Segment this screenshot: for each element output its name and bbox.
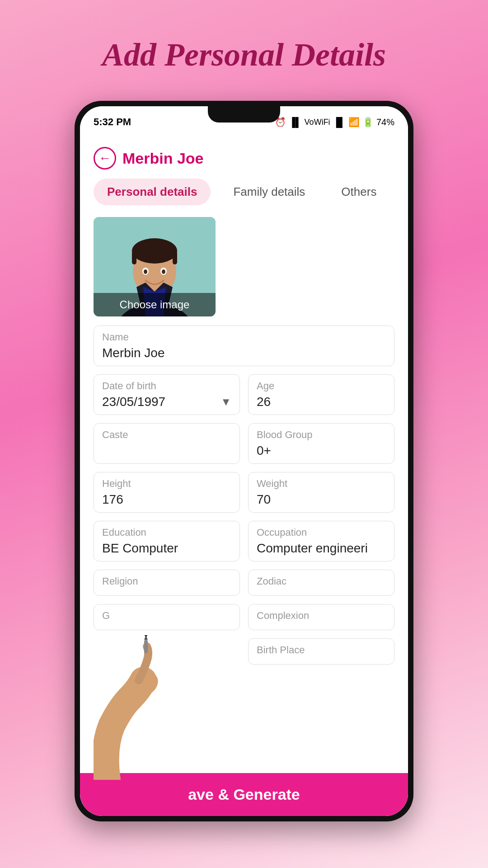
education-field[interactable]: Education BE Computer [94,521,240,561]
phone-shell: 5:32 PM ⏰ ▐▌ VoWiFi ▐▌ 📶 🔋 74% ← Merbin … [75,101,413,821]
gotra-complexion-row: G Complexion [94,604,394,630]
app-content: ← Merbin Joe Personal details Family det… [80,138,408,816]
height-field[interactable]: Height 176 [94,472,240,513]
education-occupation-row: Education BE Computer Occupation Compute… [94,521,394,561]
signal-icon2: ▐▌ [333,117,346,127]
tab-family-details[interactable]: Family details [220,179,319,205]
tab-others[interactable]: Others [328,179,390,205]
status-time: 5:32 PM [94,116,131,128]
caste-field[interactable]: Caste [94,423,240,464]
birth-place-field[interactable]: Birth Place [248,638,394,665]
choose-image-overlay[interactable]: Choose image [94,293,216,316]
svg-rect-5 [173,251,177,264]
app-header: ← Merbin Joe [80,138,408,179]
birth-row: B Birth Place [94,638,394,665]
profile-image-area[interactable]: Choose image [94,217,216,316]
signal-icon: ▐▌ [289,117,301,127]
status-icons: ⏰ ▐▌ VoWiFi ▐▌ 📶 🔋 74% [275,117,394,127]
dob-field[interactable]: Date of birth 23/05/1997 ▼ [94,374,240,415]
wifi-icon: 📶 [348,117,360,127]
page-title: Add Personal Details [102,36,386,74]
status-bar: 5:32 PM ⏰ ▐▌ VoWiFi ▐▌ 📶 🔋 74% [80,106,408,138]
save-generate-button[interactable]: ave & Generate [80,773,408,816]
name-field[interactable]: Name Merbin Joe [94,326,394,366]
complexion-field[interactable]: Complexion [248,604,394,630]
tabs-container: Personal details Family details Others [80,179,408,212]
chevron-down-icon: ▼ [221,396,231,408]
notch [208,106,280,123]
svg-point-3 [132,238,177,264]
age-field[interactable]: Age 26 [248,374,394,415]
blood-group-field[interactable]: Blood Group 0+ [248,423,394,464]
zodiac-field[interactable]: Zodiac [248,570,394,596]
weight-field[interactable]: Weight 70 [248,472,394,513]
phone-inner: 5:32 PM ⏰ ▐▌ VoWiFi ▐▌ 📶 🔋 74% ← Merbin … [80,106,408,816]
header-user-name: Merbin Joe [122,150,203,167]
svg-point-9 [162,269,165,274]
dob-select[interactable]: 23/05/1997 ▼ [102,395,231,409]
religion-zodiac-row: Religion Zodiac [94,570,394,596]
caste-blood-row: Caste Blood Group 0+ [94,423,394,464]
religion-field[interactable]: Religion [94,570,240,596]
battery-icon: 🔋 [362,117,374,127]
occupation-field[interactable]: Occupation Computer engineeri [248,521,394,561]
battery-level: 74% [376,117,394,127]
svg-rect-4 [132,251,136,264]
back-arrow-icon: ← [99,151,111,165]
svg-point-8 [144,269,147,274]
tab-personal-details[interactable]: Personal details [94,179,211,205]
form-section: Name Merbin Joe Date of birth 23/05/1997… [80,326,408,701]
back-button[interactable]: ← [94,147,116,170]
gotra-field[interactable]: G [94,604,240,630]
height-weight-row: Height 176 Weight 70 [94,472,394,513]
wifi-label: VoWiFi [305,118,330,127]
dob-age-row: Date of birth 23/05/1997 ▼ Age 26 [94,374,394,415]
